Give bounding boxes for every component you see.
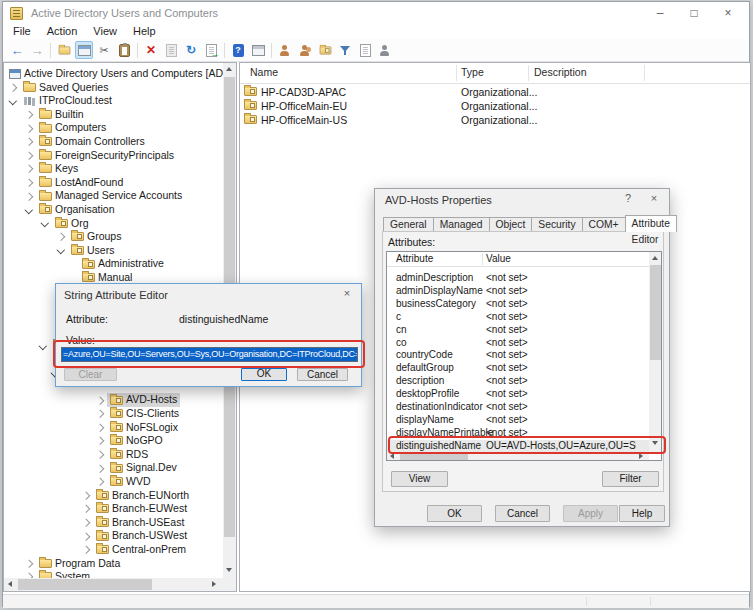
attributes-horizontal-scrollbar[interactable] (387, 452, 649, 461)
tree-item-group[interactable]: Saved Queries (20, 81, 111, 95)
list-row-hp-officemain-eu[interactable]: HP-OfficeMain-EUOrganizational... (240, 99, 750, 113)
minimize-button[interactable]: – (643, 2, 677, 24)
list-row-hp-officemain-us[interactable]: HP-OfficeMain-USOrganizational... (240, 113, 750, 127)
tree-item-organisation[interactable]: Organisation (4, 203, 223, 217)
value-input[interactable]: =Azure,OU=Site,OU=Servers,OU=Sys,OU=Orga… (61, 347, 358, 362)
tree-item-system[interactable]: System (4, 570, 223, 578)
tree-item-group[interactable]: Program Data (36, 557, 123, 571)
view-list-icon[interactable] (356, 41, 374, 59)
list-row-hp-cad3d-apac[interactable]: HP-CAD3D-APACOrganizational... (240, 85, 750, 99)
chevron-right-icon[interactable] (25, 179, 33, 187)
chevron-right-icon[interactable] (82, 505, 90, 513)
chevron-down-icon[interactable] (57, 246, 65, 254)
chevron-right-icon[interactable] (25, 111, 33, 119)
tree-item-group[interactable]: LostAndFound (36, 176, 126, 190)
tree-item-group[interactable]: Org (52, 217, 92, 231)
close-button[interactable]: × (711, 2, 745, 24)
tree-item-central-onprem[interactable]: Central-onPrem (4, 543, 223, 557)
tree-item-groups[interactable]: Groups (4, 230, 223, 244)
tree-item-group[interactable]: Branch-EUWest (93, 502, 190, 516)
chevron-right-icon[interactable] (9, 84, 17, 92)
tree-item-keys[interactable]: Keys (4, 162, 223, 176)
menu-help[interactable]: Help (125, 24, 164, 39)
tree-item-cis-clients[interactable]: CIS-Clients (4, 407, 223, 421)
tree-item-group[interactable]: Users (68, 244, 117, 258)
tree-item-group[interactable]: NoFSLogix (107, 421, 181, 435)
attribute-row-c[interactable]: c<not set> (387, 311, 649, 324)
tree-item-itprocloud-test[interactable]: ITProCloud.test (4, 94, 223, 108)
chevron-right-icon[interactable] (82, 492, 90, 500)
clear-button[interactable]: Clear (64, 368, 117, 381)
chevron-right-icon[interactable] (96, 396, 104, 404)
export-list-icon[interactable]: → (202, 41, 220, 59)
help-icon[interactable]: ? (229, 41, 247, 59)
tree-item-group[interactable]: WVD (107, 475, 154, 489)
menu-view[interactable]: View (85, 24, 125, 39)
chevron-down-icon[interactable] (41, 219, 49, 227)
chevron-right-icon[interactable] (96, 478, 104, 486)
cancel-button[interactable]: Cancel (495, 505, 550, 522)
attribute-row-admindisplayname[interactable]: adminDisplayName<not set> (387, 285, 649, 298)
tree-item-active-directory-users-and-computers-ads01-iti[interactable]: Active Directory Users and Computers [AD… (4, 67, 223, 81)
tree-item-avd-hosts[interactable]: AVD-Hosts (4, 393, 223, 407)
attribute-row-defaultgroup[interactable]: defaultGroup<not set> (387, 362, 649, 375)
chevron-right-icon[interactable] (57, 233, 65, 241)
maximize-button[interactable]: □ (677, 2, 711, 24)
up-one-level-icon[interactable] (55, 41, 73, 59)
dialog-close-icon[interactable]: × (643, 192, 665, 204)
chevron-right-icon[interactable] (25, 560, 33, 568)
chevron-right-icon[interactable] (96, 437, 104, 445)
tree-item-group[interactable]: ForeignSecurityPrincipals (36, 149, 177, 163)
cut-icon[interactable]: ✂ (95, 41, 113, 59)
attribute-row-displaynameprintable[interactable]: displayNamePrintable<not set> (387, 427, 649, 440)
chevron-right-icon[interactable] (82, 532, 90, 540)
new-group-icon[interactable] (296, 41, 314, 59)
tree-item-rds[interactable]: RDS (4, 448, 223, 462)
tree-item-domain-controllers[interactable]: Domain Controllers (4, 135, 223, 149)
menu-action[interactable]: Action (39, 24, 86, 39)
forward-icon[interactable]: → (28, 41, 46, 59)
show-window-icon[interactable] (75, 41, 93, 59)
tree-item-group[interactable]: Groups (68, 230, 124, 244)
tree-item-group[interactable]: ITProCloud.test (20, 94, 115, 108)
delete-icon[interactable]: ✕ (142, 41, 160, 59)
chevron-down-icon[interactable] (9, 97, 17, 105)
attributes-column-header[interactable]: Attribute Value (387, 252, 649, 267)
attribute-row-destinationindicator[interactable]: destinationIndicator<not set> (387, 401, 649, 414)
tree-item-signal-dev[interactable]: Signal.Dev (4, 461, 223, 475)
chevron-right-icon[interactable] (96, 451, 104, 459)
tree-item-branch-uswest[interactable]: Branch-USWest (4, 529, 223, 543)
attribute-row-description[interactable]: description<not set> (387, 375, 649, 388)
tree-item-nofslogix[interactable]: NoFSLogix (4, 421, 223, 435)
chevron-right-icon[interactable] (25, 192, 33, 200)
tree-item-program-data[interactable]: Program Data (4, 557, 223, 571)
tree-item-group[interactable]: NoGPO (107, 434, 166, 448)
tree-item-group[interactable]: Signal.Dev (107, 461, 180, 475)
set-filter-icon[interactable] (336, 41, 354, 59)
attribute-column-label[interactable]: Attribute (396, 253, 433, 264)
tab-com[interactable]: COM+ (583, 217, 626, 232)
tree-item-group[interactable]: Builtin (36, 108, 87, 122)
tree-horizontal-scrollbar[interactable] (4, 578, 236, 591)
tab-general[interactable]: General (383, 217, 434, 232)
tree-item-branch-useast[interactable]: Branch-USEast (4, 516, 223, 530)
tree-item-group[interactable]: Branch-EUNorth (93, 489, 192, 503)
dialog-help-icon[interactable]: ? (617, 192, 639, 204)
attribute-row-desktopprofile[interactable]: desktopProfile<not set> (387, 388, 649, 401)
tree-item-group[interactable]: RDS (107, 448, 151, 462)
tree-item-group[interactable]: AVD-Hosts (107, 393, 180, 407)
help-button[interactable]: Help (619, 505, 665, 522)
tree-item-branch-euwest[interactable]: Branch-EUWest (4, 502, 223, 516)
new-ou-icon[interactable] (316, 41, 334, 59)
tree-item-nogpo[interactable]: NoGPO (4, 434, 223, 448)
tree-item-org[interactable]: Org (4, 217, 223, 231)
refresh-icon[interactable]: ↻ (182, 41, 200, 59)
tree-item-foreignsecurityprincipals[interactable]: ForeignSecurityPrincipals (4, 149, 223, 163)
tree-item-group[interactable]: Administrative (79, 257, 167, 271)
delegate-control-icon[interactable] (376, 41, 394, 59)
chevron-right-icon[interactable] (96, 464, 104, 472)
chevron-right-icon[interactable] (82, 519, 90, 527)
attribute-row-co[interactable]: co<not set> (387, 337, 649, 350)
attribute-row-cn[interactable]: cn<not set> (387, 324, 649, 337)
chevron-right-icon[interactable] (25, 124, 33, 132)
